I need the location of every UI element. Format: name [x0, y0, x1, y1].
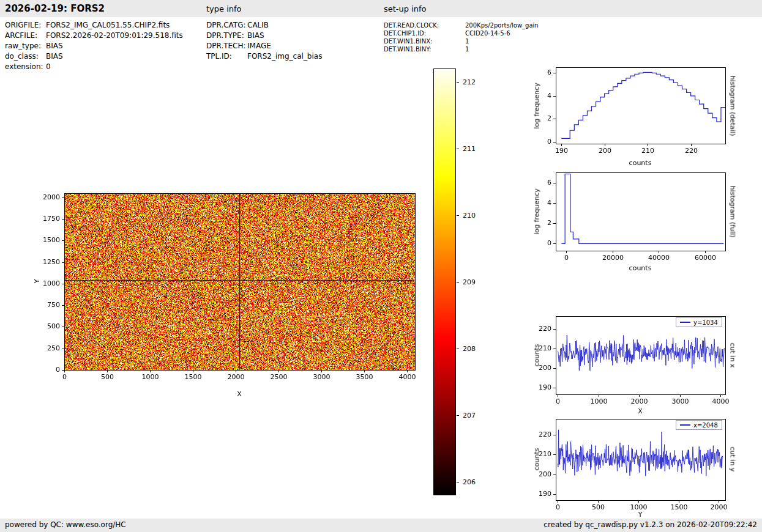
info-value: CCID20-14-5-6	[465, 29, 510, 37]
info-value: FORS2.2026-02-20T09:01:29.518.fits	[46, 31, 183, 41]
info-value: CALIB	[247, 20, 269, 31]
cut-in-y-ylabel: counts	[533, 448, 541, 471]
colorbar-tick-mark	[457, 282, 459, 283]
info-label: DET.WIN1.BINY:	[384, 45, 465, 53]
info-value: IMAGE	[247, 41, 271, 51]
cut-in-x-xlabel: X	[638, 407, 643, 415]
info-row-read-clock: DET.READ.CLOCK:200Kps/2ports/low_gain	[384, 21, 539, 29]
type-info-heading: type info	[206, 4, 242, 13]
info-value: 1	[465, 45, 469, 53]
info-row-dpr-tech: DPR.TECH:IMAGE	[206, 41, 322, 51]
legend-line-sample	[680, 322, 690, 323]
cut-in-y-right-title: cut in y	[729, 447, 737, 472]
bias-image-ylabel: Y	[33, 279, 41, 284]
info-row-biny: DET.WIN1.BINY:1	[384, 45, 539, 53]
info-row-chip-id: DET.CHIP1.ID:CCID20-14-5-6	[384, 29, 539, 37]
footer-powered-by: powered by QC: www.eso.org/HC	[5, 520, 126, 529]
info-label: extension:	[5, 62, 46, 72]
info-row-binx: DET.WIN1.BINX:1	[384, 37, 539, 45]
info-label: DPR.TECH:	[206, 41, 247, 51]
cut-in-y-xlabel: Y	[638, 511, 643, 519]
colorbar-tick-label: 206	[463, 478, 476, 486]
histogram-full-right-title: histogram (full)	[729, 186, 737, 238]
info-row-do-class: do_class:BIAS	[5, 51, 183, 62]
footer-bar: powered by QC: www.eso.org/HC created by…	[0, 519, 762, 532]
info-value: BIAS	[247, 31, 264, 41]
cut-x-legend: y=1034	[676, 317, 722, 327]
histogram-detail-right-title: histogram (detail)	[729, 76, 737, 136]
info-value: 0	[46, 62, 51, 72]
colorbar-tick-label: 212	[463, 78, 476, 86]
colorbar-tick-label: 209	[463, 278, 476, 286]
cut-in-y-canvas	[528, 415, 729, 521]
bias-image-xlabel: X	[237, 390, 242, 398]
info-row-dpr-catg: DPR.CATG:CALIB	[206, 20, 322, 31]
colorbar-tick-label: 210	[463, 211, 476, 219]
colorbar-tick-label: 207	[463, 412, 476, 419]
legend-line-sample	[680, 424, 690, 426]
colorbar-tick-mark	[457, 215, 459, 216]
info-value: FORS2_img_cal_bias	[247, 51, 322, 62]
info-label: DET.WIN1.BINX:	[384, 37, 465, 45]
cut-x-legend-label: y=1034	[693, 319, 718, 326]
file-info-block: ORIGFILE:FORS2_IMG_CAL051.55.CHIP2.fits …	[5, 20, 183, 72]
cut-in-x-canvas	[528, 312, 729, 415]
info-label: ORIGFILE:	[5, 20, 46, 31]
histogram-full-ylabel: log frequency	[533, 188, 541, 234]
cut-y-legend-label: x=2048	[693, 422, 718, 429]
colorbar-tick-mark	[457, 482, 459, 482]
bias-image-canvas	[34, 188, 421, 394]
info-value: FORS2_IMG_CAL051.55.CHIP2.fits	[46, 20, 170, 31]
histogram-detail-xlabel: counts	[629, 159, 652, 167]
info-label: DPR.TYPE:	[206, 31, 247, 41]
colorbar-tick-mark	[457, 349, 459, 349]
colorbar-tick-mark	[457, 149, 459, 149]
info-label: raw_type:	[5, 41, 46, 51]
page-title: 2026-02-19: FORS2	[5, 3, 105, 14]
setup-info-block: DET.READ.CLOCK:200Kps/2ports/low_gain DE…	[384, 21, 539, 53]
cut-in-x-ylabel: counts	[533, 344, 541, 367]
info-label: DPR.CATG:	[206, 20, 247, 31]
colorbar-tick-label: 211	[463, 144, 476, 152]
info-label: ARCFILE:	[5, 31, 46, 41]
info-row-origfile: ORIGFILE:FORS2_IMG_CAL051.55.CHIP2.fits	[5, 20, 183, 31]
info-value: 200Kps/2ports/low_gain	[465, 21, 539, 29]
info-row-tpl-id: TPL.ID:FORS2_img_cal_bias	[206, 51, 322, 62]
histogram-full-xlabel: counts	[629, 264, 652, 272]
type-info-block: DPR.CATG:CALIB DPR.TYPE:BIAS DPR.TECH:IM…	[206, 20, 322, 62]
info-row-raw-type: raw_type:BIAS	[5, 41, 183, 51]
cut-in-x-right-title: cut in x	[729, 343, 737, 368]
colorbar: 206207208209210211212	[433, 68, 456, 495]
header-bar: 2026-02-19: FORS2 type info set-up info	[0, 0, 762, 17]
colorbar-tick-mark	[457, 82, 459, 83]
info-value: BIAS	[46, 41, 63, 51]
histogram-detail-canvas	[528, 64, 729, 164]
info-value: 1	[465, 37, 469, 45]
info-row-extension: extension:0	[5, 62, 183, 72]
colorbar-ticks: 206207208209210211212	[433, 68, 495, 495]
footer-created-by: created by qc_rawdisp.py v1.2.3 on 2026-…	[543, 520, 757, 529]
cut-y-legend: x=2048	[676, 420, 722, 430]
histogram-full-canvas	[528, 169, 729, 272]
info-row-dpr-type: DPR.TYPE:BIAS	[206, 31, 322, 41]
info-label: do_class:	[5, 51, 46, 62]
info-value: BIAS	[46, 51, 63, 62]
setup-info-heading: set-up info	[384, 4, 427, 13]
colorbar-tick-label: 208	[463, 345, 476, 353]
info-label: TPL.ID:	[206, 51, 247, 62]
info-row-arcfile: ARCFILE:FORS2.2026-02-20T09:01:29.518.fi…	[5, 31, 183, 41]
info-label: DET.CHIP1.ID:	[384, 29, 465, 37]
colorbar-tick-mark	[457, 415, 459, 416]
info-label: DET.READ.CLOCK:	[384, 21, 465, 29]
histogram-detail-ylabel: log frequency	[533, 83, 541, 128]
